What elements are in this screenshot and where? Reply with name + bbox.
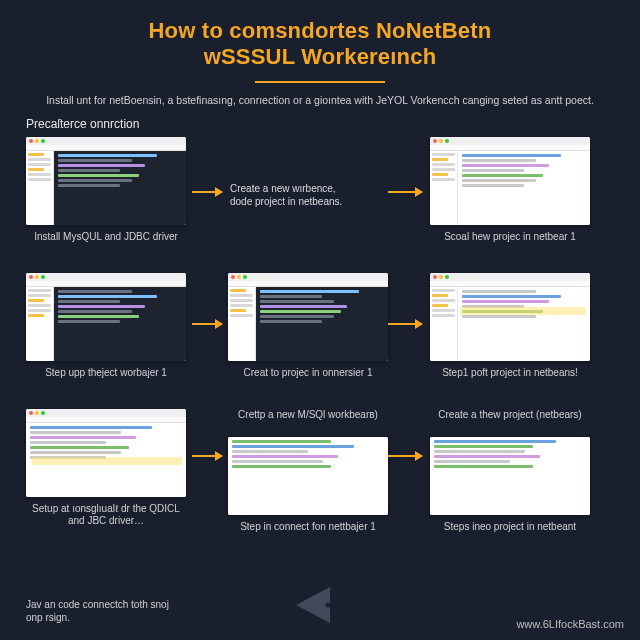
tile-3-1: Setup at ıonsglıualℓ dr the QDICL and JB… — [26, 409, 186, 545]
screenshot-thumb — [430, 137, 590, 225]
section-label: Precaſterce onnrction — [26, 117, 614, 131]
caption-1-3: Scoal hew projec in netbear 1 — [430, 231, 590, 255]
caption-3-2: Step in connect fon nettbajer 1 — [228, 521, 388, 545]
intro-text: Install unt for netBoensin, a bstefinası… — [26, 93, 614, 107]
screenshot-thumb — [430, 273, 590, 361]
title-line-2: wSSSUL Workereınch — [204, 44, 437, 69]
screenshot-thumb — [26, 273, 186, 361]
bottom-note: Jav an code connectch toth snoj onp rsig… — [26, 599, 176, 624]
caption-2-2: Creat to projec in onnersier 1 — [228, 367, 388, 391]
arrow-icon — [388, 323, 422, 325]
svg-point-1 — [326, 603, 331, 608]
arrow-icon — [388, 191, 422, 193]
screenshot-thumb — [26, 137, 186, 225]
caption-3-3: Steps ineo project in netbeant — [430, 521, 590, 545]
arrow-icon — [192, 455, 222, 457]
page-title: How to comsndortes NoNetBetn wSSSUL Work… — [26, 18, 614, 71]
tile-3-3: Create a thew project (netbears) Steps i… — [430, 409, 590, 545]
svg-rect-2 — [328, 591, 348, 619]
caption-3-3-top: Create a thew project (netbears) — [430, 409, 590, 433]
tile-3-2: Crettp a new M/SQl workbearв) Step in co… — [228, 409, 388, 545]
tile-2-2: Creat to projec in onnersier 1 — [228, 273, 388, 391]
mid-caption-1a: Create a new wırbence, — [230, 183, 336, 196]
title-line-1: How to comsndortes NoNetBetn — [149, 18, 492, 43]
caption-2-3: Step1 poft project in netbeans! — [430, 367, 590, 391]
tile-2-1: Step upp theject worbajer 1 — [26, 273, 186, 391]
mid-caption-1b: dode project in netbeans. — [230, 196, 342, 209]
arrow-icon — [192, 191, 222, 193]
caption-3-2-top: Crettp a new M/SQl workbearв) — [228, 409, 388, 433]
tile-1-1: Install MysQUL and JDBC driver — [26, 137, 186, 255]
mid-1: Create a new wırbence, dode project in n… — [228, 137, 388, 255]
screenshot-thumb — [430, 437, 590, 515]
tile-2-3: Step1 poft project in netbeans! — [430, 273, 590, 391]
screenshot-thumb — [26, 409, 186, 497]
steps-grid: Install MysQUL and JDBC driver Create a … — [26, 137, 614, 545]
tile-1-3: Scoal hew projec in netbear 1 — [430, 137, 590, 255]
title-underline — [255, 81, 385, 83]
caption-1-1: Install MysQUL and JDBC driver — [26, 231, 186, 255]
site-url: www.6LIfockBast.com — [516, 618, 624, 630]
cursor-icon — [285, 580, 355, 630]
arrow-icon — [192, 323, 222, 325]
arrow-icon — [388, 455, 422, 457]
screenshot-thumb — [228, 437, 388, 515]
caption-3-1: Setup at ıonsglıualℓ dr the QDICL and JB… — [26, 503, 186, 527]
svg-marker-0 — [296, 587, 330, 623]
screenshot-thumb — [228, 273, 388, 361]
caption-2-1: Step upp theject worbajer 1 — [26, 367, 186, 391]
